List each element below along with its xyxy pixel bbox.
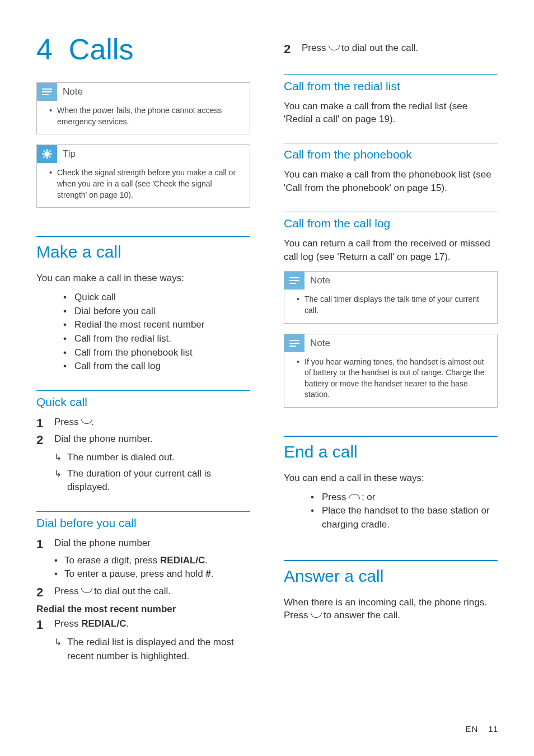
list-item: Place the handset to the base station or… [311,504,498,531]
step-result: ↳ The duration of your current call is d… [54,467,250,494]
list-item: Call from the phonebook list [63,346,250,360]
note-label: Note [63,86,83,97]
list-item: To enter a pause, press and hold #. [54,567,250,581]
step: 1 Press REDIAL/C. [36,617,250,633]
footer-language: EN [465,724,478,734]
heading-redial-list: Call from the redial list [284,74,498,93]
step: 2 Press to dial out the call. [284,41,498,58]
heading-call-log: Call from the call log [284,212,498,230]
list-item: Quick call [63,291,250,305]
call-log-body: You can return a call from the received … [284,237,498,264]
note-text: When the power fails, the phone cannot a… [49,105,242,127]
list-item: Dial before you call [63,305,250,319]
step-text: Press . [54,416,250,432]
make-call-ways: Quick call Dial before you call Redial t… [36,291,250,374]
sub-bullets: To erase a digit, press REDIAL/C. To ent… [36,554,250,581]
heading-end-call: End a call [284,436,498,461]
note-icon [284,334,305,352]
talk-key-icon [81,588,91,594]
hash-key: # [205,568,210,579]
heading-quick-call: Quick call [36,390,250,409]
step-number: 2 [36,585,46,601]
tip-callout: Tip Check the signal strength before you… [36,144,250,208]
talk-key-icon [81,419,91,424]
answer-body: When there is an incoming call, the phon… [284,596,498,623]
step: 2 Press to dial out the call. [36,585,250,601]
chapter-number: 4 [36,33,53,66]
result-arrow-icon: ↳ [54,636,62,649]
redial-key: REDIAL/C [160,555,205,566]
redial-key: REDIAL/C [81,618,126,629]
step: 1 Dial the phone number [36,536,250,553]
note-label: Note [310,338,330,349]
tip-text: Check the signal strength before you mak… [49,167,242,200]
end-key-icon [349,494,359,500]
end-call-intro: You can end a call in these ways: [284,472,498,485]
step-text: Dial the phone number [54,536,250,553]
talk-key-icon [329,45,339,51]
result-arrow-icon: ↳ [54,467,62,480]
redial-list-body: You can make a call from the redial list… [284,100,498,127]
chapter-name: Calls [69,33,134,66]
list-item: Call from the call log [63,360,250,374]
step-result: ↳ The number is dialed out. [54,451,250,465]
step-number: 2 [284,41,294,58]
tip-label: Tip [63,148,76,160]
step-text: Press to dial out the call. [302,41,498,58]
phonebook-body: You can make a call from the phonebook l… [284,168,498,195]
list-item: Redial the most recent number [63,318,250,332]
heading-redial-recent: Redial the most recent number [36,604,250,615]
note-label: Note [310,275,330,286]
page-footer: EN 11 [465,724,498,734]
tip-icon [37,145,57,163]
heading-make-a-call: Make a call [36,236,250,262]
note-text: If you hear warning tones, the handset i… [297,357,489,400]
list-item: To erase a digit, press REDIAL/C. [54,554,250,568]
note-text: The call timer displays the talk time of… [297,294,489,316]
step: 1 Press . [36,416,250,432]
step-text: Press to dial out the call. [54,585,250,601]
step: 2 Dial the phone number. [36,432,250,449]
heading-answer-call: Answer a call [284,560,498,586]
footer-page-number: 11 [488,724,498,734]
make-call-intro: You can make a call in these ways: [36,272,250,285]
step-number: 1 [36,617,46,633]
step-text: Press REDIAL/C. [54,617,250,633]
end-call-ways: Press ; or Place the handset to the base… [284,491,498,532]
result-arrow-icon: ↳ [54,451,62,464]
chapter-title: 4 Calls [36,34,250,66]
list-item: Press ; or [311,491,498,505]
note-icon [37,83,57,101]
note-icon [284,272,305,290]
step-text: Dial the phone number. [54,432,250,449]
heading-phonebook: Call from the phonebook [284,143,498,161]
talk-key-icon [311,613,321,618]
step-number: 2 [36,432,46,449]
step-number: 1 [36,536,46,553]
note-callout: Note If you hear warning tones, the hand… [284,334,498,408]
step-number: 1 [36,416,46,432]
note-callout: Note The call timer displays the talk ti… [284,271,498,323]
list-item: Call from the redial list. [63,332,250,346]
heading-dial-before: Dial before you call [36,511,250,530]
step-result: ↳ The redial list is displayed and the m… [54,636,250,663]
note-callout: Note When the power fails, the phone can… [36,82,250,134]
